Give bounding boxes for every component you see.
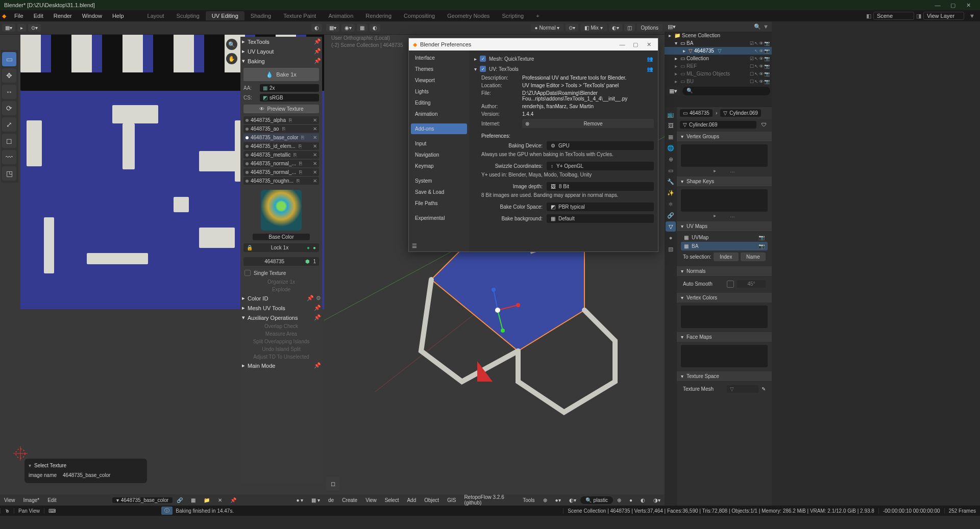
tab-geometry-nodes[interactable]: Geometry Nodes xyxy=(441,11,496,20)
editor-type-icon[interactable]: ▦▾ xyxy=(326,24,339,32)
camera-icon[interactable]: 📷 xyxy=(758,243,765,249)
bake-button[interactable]: 💧 Bake 1x xyxy=(243,68,319,81)
shading-solid-icon[interactable]: ● xyxy=(625,497,636,503)
menu-window[interactable]: Window xyxy=(77,11,107,20)
stretch-icon[interactable]: ◐ xyxy=(311,24,322,32)
close-icon[interactable]: ✕ xyxy=(313,143,317,149)
eyedropper-icon[interactable]: ✎ xyxy=(762,386,766,392)
matcap-icon[interactable]: ◐▾ xyxy=(565,497,580,503)
image-name-value[interactable]: 4648735_base_color xyxy=(60,471,143,479)
pref-tab-experimental[interactable]: Experimental xyxy=(411,213,467,223)
tab-animation[interactable]: Animation xyxy=(322,11,359,20)
crumb-mesh[interactable]: ▽ Cylinder.069 xyxy=(720,109,761,117)
tab-layout[interactable]: Layout xyxy=(141,11,170,20)
viewlayer-field[interactable]: View Layer xyxy=(923,12,964,20)
shading-material-icon[interactable]: ◐ xyxy=(636,497,649,503)
footer-view[interactable]: View xyxy=(0,497,19,503)
pref-tab-filepaths[interactable]: File Paths xyxy=(411,198,467,209)
menu-render[interactable]: Render xyxy=(48,11,77,20)
outliner-row[interactable]: ▸▭REF☐↖👁📷 xyxy=(665,62,772,70)
addon-textools[interactable]: ▾ ✓ UV: TexTools 👥 xyxy=(473,64,654,74)
proportional-icon[interactable]: ◐ xyxy=(370,24,380,32)
bake-item[interactable]: 4648735_id_elem...⎘✕ xyxy=(243,142,319,150)
pin-icon[interactable]: 📌 xyxy=(314,58,321,64)
preview-texture-button[interactable]: 👁 Preview Texture xyxy=(243,105,319,113)
filter-icon[interactable]: ▼ xyxy=(966,13,978,19)
outliner-row[interactable]: ▸📁Scene Collection xyxy=(665,32,772,39)
close-icon[interactable]: ✕ xyxy=(313,117,317,123)
pivot-icon[interactable]: ⊙▾ xyxy=(28,24,41,32)
footer-edit[interactable]: Edit xyxy=(43,497,60,503)
close-icon[interactable]: ✕ xyxy=(313,126,317,132)
tab-texture-paint[interactable]: Texture Paint xyxy=(277,11,322,20)
exclude-icon[interactable]: ☑ xyxy=(750,41,754,46)
tool-scale[interactable]: ⤢ xyxy=(2,117,16,132)
filter-opts-icon[interactable]: ▼ xyxy=(763,23,769,30)
depth-field[interactable]: 🖼8 Bit xyxy=(547,182,654,191)
pref-tab-themes[interactable]: Themes xyxy=(411,64,467,74)
pref-tab-navigation[interactable]: Navigation xyxy=(411,149,467,160)
pin-icon[interactable]: 📌 xyxy=(314,38,321,45)
ptab-mesh-data[interactable]: ▽ xyxy=(666,221,676,232)
maximize-button[interactable]: ▢ xyxy=(630,41,641,48)
name-button[interactable]: Name xyxy=(741,253,766,261)
outliner-row[interactable]: ▸▽4648735▽↖👁📷 xyxy=(665,47,772,55)
panel-vertex-groups[interactable]: ▾ Vertex Groups xyxy=(677,132,772,141)
baking-device-field[interactable]: ⚙GPU xyxy=(547,141,654,150)
tab-rendering[interactable]: Rendering xyxy=(359,11,398,20)
options-dropdown[interactable]: Options xyxy=(637,24,663,32)
crumb-object[interactable]: ▭ 4648735 xyxy=(680,109,713,117)
bake-item[interactable]: 4648735_ao⎘✕ xyxy=(243,125,319,133)
selectable-icon[interactable]: ↖ xyxy=(754,41,758,46)
footer-de[interactable]: de xyxy=(324,497,338,503)
texture-mesh-field[interactable]: ▽ xyxy=(727,385,758,393)
tab-compositing[interactable]: Compositing xyxy=(398,11,441,20)
section-baking[interactable]: Baking xyxy=(248,58,265,64)
footer-create[interactable]: Create xyxy=(338,497,361,503)
overlays-icon[interactable]: ◐▾ xyxy=(609,24,622,32)
solid-icon[interactable]: ●▾ xyxy=(551,497,565,503)
camera-icon[interactable]: 📷 xyxy=(758,235,765,240)
panel-shape-keys[interactable]: ▾ Shape Keys xyxy=(677,177,772,186)
close-icon[interactable]: ✕ xyxy=(313,169,317,175)
export-icon[interactable]: ⎘ xyxy=(297,178,300,184)
scene-field[interactable]: Scene xyxy=(873,12,914,20)
xray-icon[interactable]: ◫ xyxy=(624,24,635,32)
overlay-normal[interactable]: ● Normal ▾ xyxy=(531,24,564,32)
pref-tab-interface[interactable]: Interface xyxy=(411,53,467,63)
panel-texture-space[interactable]: ▾ Texture Space xyxy=(677,371,772,381)
selectable-icon[interactable]: ↖ xyxy=(754,48,758,54)
menu-help[interactable]: Help xyxy=(107,11,129,20)
bake-item[interactable]: 4648735_normal_...⎘✕ xyxy=(243,160,319,167)
checkbox-checked-icon[interactable]: ✓ xyxy=(480,66,486,72)
tab-uv-editing[interactable]: UV Editing xyxy=(206,11,244,20)
pin-icon[interactable]: 📌 xyxy=(314,48,321,55)
blender-logo-icon[interactable]: ◆ xyxy=(2,13,6,19)
close-icon[interactable]: ✕ xyxy=(313,178,317,184)
section-uvlayout[interactable]: UV Layout xyxy=(248,48,274,55)
snap-icon[interactable]: ▦ xyxy=(357,24,368,32)
preferences-titlebar[interactable]: ◆ Blender Preferences — ▢ ✕ xyxy=(409,38,658,51)
open-icon[interactable]: 📁 xyxy=(200,497,214,503)
export-icon[interactable]: ⎘ xyxy=(299,169,302,175)
swizzle-field[interactable]: ↕Y+ OpenGL xyxy=(547,162,654,170)
editor-type-icon[interactable]: ▦▾ xyxy=(2,24,15,32)
export-icon[interactable]: ⎘ xyxy=(289,117,292,123)
grid-icon[interactable]: ▦ ▾ xyxy=(307,497,324,503)
section-meshuv[interactable]: Mesh UV Tools xyxy=(248,305,285,311)
ptab-modifiers[interactable]: 🔧 xyxy=(666,177,676,187)
pref-tab-lights[interactable]: Lights xyxy=(411,86,467,97)
maximize-button[interactable]: ▢ xyxy=(945,2,961,9)
pan-icon[interactable]: ✋ xyxy=(226,53,237,64)
vertex-groups-list[interactable] xyxy=(681,144,768,167)
pin-icon[interactable]: 📌 xyxy=(226,497,240,503)
bake-item[interactable]: 4648735_base_color⎘✕ xyxy=(243,134,319,141)
tab-shading[interactable]: Shading xyxy=(244,11,277,20)
shield-icon[interactable]: 🛡 xyxy=(760,122,769,128)
bake-item[interactable]: 4648735_normal_...⎘✕ xyxy=(243,168,319,176)
close-icon[interactable]: ✕ xyxy=(313,161,317,166)
viewport-search[interactable]: 🔍 plastic xyxy=(580,496,613,504)
shading-rendered-icon[interactable]: ◑▾ xyxy=(649,497,665,503)
menu-file[interactable]: File xyxy=(9,11,29,20)
close-icon[interactable]: ✕ xyxy=(313,152,317,158)
